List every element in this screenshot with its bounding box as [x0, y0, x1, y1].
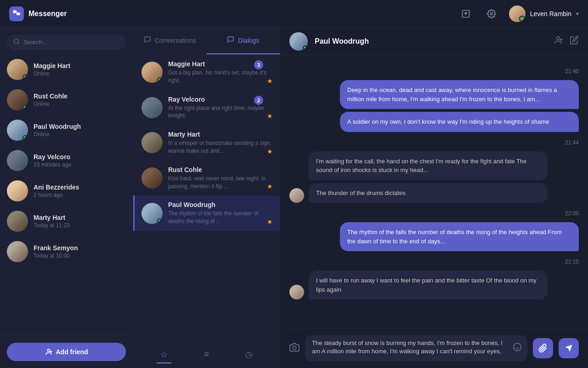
- sidebar-item-info: Ray Velcoro 23 minutes ago: [34, 153, 126, 168]
- main-content: Maggie Hart Online Rust Cohle Online Pau…: [0, 28, 588, 368]
- topbar-actions: Leven Rambin ▾: [458, 6, 579, 22]
- message-row: Deep in the ocean, dead and cast away, w…: [289, 80, 579, 132]
- list-icon[interactable]: ≡: [200, 346, 213, 363]
- dialog-item-header: Rust Cohle: [168, 166, 273, 173]
- dialog-item-ray[interactable]: Ray Velcoro At the right place and right…: [133, 90, 280, 126]
- message-time-label: 22:00: [289, 210, 579, 217]
- unread-badge: 3: [254, 60, 263, 69]
- sidebar-item-status: Online: [34, 101, 126, 107]
- avatar: [7, 89, 28, 110]
- search-input[interactable]: [23, 39, 119, 46]
- online-dot: [23, 105, 28, 110]
- topbar: Messenger Leven Rambin ▾: [0, 0, 588, 28]
- svg-point-13: [514, 343, 521, 351]
- settings-button[interactable]: [483, 6, 500, 22]
- avatar: [7, 120, 28, 141]
- tab-conversations[interactable]: Conversations: [133, 28, 207, 54]
- sidebar-item-name: Ani Bezzerides: [34, 184, 126, 191]
- online-dot: [157, 77, 162, 82]
- star-icon: ★: [267, 112, 273, 120]
- conversations-icon: [144, 36, 151, 45]
- dialog-item-preview: At the right place and right time, maybe…: [168, 104, 273, 120]
- sidebar-item-maggie[interactable]: Maggie Hart Online: [0, 54, 133, 85]
- send-button[interactable]: [559, 338, 579, 358]
- search-box: [7, 34, 126, 50]
- svg-point-9: [557, 37, 560, 40]
- emoji-button[interactable]: [513, 343, 522, 354]
- star-icon: ★: [267, 77, 273, 85]
- upload-button[interactable]: [458, 6, 474, 22]
- sidebar-item-ani[interactable]: Ani Bezzerides 2 hours ago: [0, 176, 133, 206]
- svg-rect-0: [13, 10, 17, 13]
- message-row: I'm waiting for the call, the hand on th…: [289, 151, 579, 203]
- avatar: [7, 211, 28, 232]
- chat-contact-avatar: [289, 32, 308, 51]
- chat-input-area: The steady burst of snow is burning my h…: [280, 328, 588, 368]
- online-indicator: [303, 46, 307, 50]
- message-bubble: I will have to run away I want to feel t…: [309, 270, 548, 299]
- search-area: [0, 28, 133, 54]
- message-bubble: The thunder of the drums dictates: [309, 183, 548, 203]
- camera-button[interactable]: [289, 342, 300, 355]
- message-bubble: I'm waiting for the call, the hand on th…: [309, 151, 548, 180]
- sidebar-item-ray[interactable]: Ray Velcoro 23 minutes ago: [0, 145, 133, 176]
- app-title: Messenger: [28, 10, 67, 18]
- star-icon: ★: [267, 148, 273, 155]
- dialog-item-marty[interactable]: Marty Hart In a whisper or handshake sen…: [133, 125, 280, 161]
- attach-button[interactable]: [533, 338, 553, 358]
- add-contact-button[interactable]: [554, 35, 563, 47]
- sidebar-item-info: Ani Bezzerides 2 hours ago: [34, 184, 126, 198]
- bubble-group: I will have to run away I want to feel t…: [309, 270, 548, 299]
- sidebar-item-rust[interactable]: Rust Cohle Online: [0, 85, 133, 115]
- sidebar-item-name: Marty Hart: [34, 214, 126, 221]
- dialog-item-paul[interactable]: Paul Woodrugh The rhythm of the falls th…: [133, 196, 280, 231]
- tab-conversations-label: Conversations: [155, 37, 196, 44]
- sidebar-bottom: Add friend: [0, 335, 133, 368]
- dialog-item-preview: Kiss hard, wait never mind, late night, …: [168, 175, 273, 190]
- message-input[interactable]: The steady burst of snow is burning my h…: [312, 339, 504, 357]
- bubble-group: Deep in the ocean, dead and cast away, w…: [340, 80, 579, 132]
- tabs: Conversations Dialogs: [133, 28, 280, 55]
- avatar: [289, 285, 304, 299]
- dialog-item-rust[interactable]: Rust Cohle Kiss hard, wait never mind, l…: [133, 161, 280, 196]
- dialog-item-info: Rust Cohle Kiss hard, wait never mind, l…: [168, 166, 273, 190]
- sidebar-item-marty[interactable]: Marty Hart Today at 11:23: [0, 206, 133, 236]
- chat-panel: Paul Woodrugh 21:40Deep in the ocean, de…: [280, 28, 588, 368]
- avatar: [141, 97, 163, 118]
- message-row: I will have to run away I want to feel t…: [289, 270, 579, 299]
- user-profile[interactable]: Leven Rambin ▾: [509, 6, 579, 22]
- message-time-label: 21:40: [289, 68, 579, 75]
- starred-icon[interactable]: ☆: [157, 346, 171, 363]
- tab-dialogs-label: Dialogs: [238, 37, 260, 44]
- chat-header-actions: [554, 35, 579, 47]
- chevron-down-icon: ▾: [576, 11, 579, 17]
- dialog-item-preview: The rhythm of the falls the number of de…: [168, 210, 273, 225]
- avatar: [7, 150, 28, 171]
- svg-rect-1: [17, 12, 20, 15]
- sidebar-item-frank[interactable]: Frank Semyon Today at 10:00: [0, 236, 133, 267]
- dialog-item-name: Maggie Hart: [168, 60, 205, 68]
- middle-bottom-nav: ☆ ≡ ◷: [133, 340, 280, 368]
- sidebar-item-paul[interactable]: Paul Woodrugh Online: [0, 115, 133, 145]
- dialog-item-header: Paul Woodrugh: [168, 201, 273, 208]
- tab-dialogs[interactable]: Dialogs: [207, 28, 280, 54]
- sidebar-item-info: Paul Woodrugh Online: [34, 123, 126, 138]
- dialog-item-header: Marty Hart: [168, 131, 273, 138]
- chat-contact-name: Paul Woodrugh: [315, 37, 547, 46]
- messages-area: 21:40Deep in the ocean, dead and cast aw…: [280, 55, 588, 328]
- sidebar-item-status: 2 hours ago: [34, 192, 126, 198]
- message-row: The rhythm of the falls the number of de…: [289, 222, 579, 251]
- chat-input-row: The steady burst of snow is burning my h…: [289, 335, 579, 361]
- avatar: [141, 62, 163, 83]
- svg-point-12: [293, 346, 296, 349]
- dialog-item-maggie[interactable]: Maggie Hart Got a big plan, his mind's s…: [133, 55, 280, 90]
- history-icon[interactable]: ◷: [242, 346, 256, 363]
- avatar: [141, 132, 163, 153]
- svg-point-4: [14, 39, 18, 43]
- add-friend-button[interactable]: Add friend: [7, 343, 126, 361]
- sidebar-item-name: Ray Velcoro: [34, 153, 126, 161]
- dialog-item-info: Paul Woodrugh The rhythm of the falls th…: [168, 201, 273, 225]
- chat-header: Paul Woodrugh: [280, 28, 588, 55]
- message-input-box: The steady burst of snow is burning my h…: [305, 335, 527, 361]
- edit-button[interactable]: [570, 35, 579, 47]
